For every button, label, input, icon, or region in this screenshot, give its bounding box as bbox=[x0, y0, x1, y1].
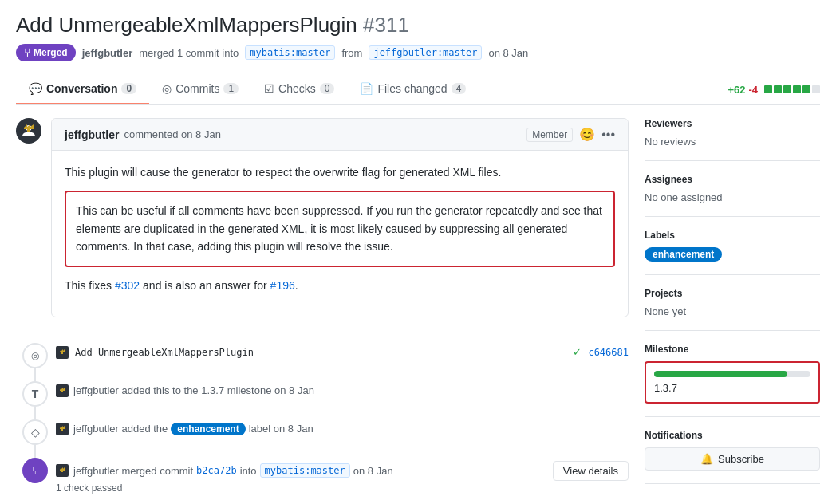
projects-title: Projects bbox=[645, 288, 820, 299]
pr-meta: ⑂ Merged jeffgbutler merged 1 commit int… bbox=[16, 44, 820, 61]
milestone-section: Milestone 1.3.7 bbox=[645, 331, 820, 417]
comment-card: jeffgbutler commented on 8 Jan Member 😊 … bbox=[51, 118, 629, 317]
tab-commits[interactable]: ◎ Commits 1 bbox=[149, 74, 251, 104]
comment-body: This plugin will cause the generator to … bbox=[52, 151, 628, 317]
reviewers-section: Reviewers No reviews bbox=[645, 118, 820, 161]
label-avatar bbox=[56, 423, 69, 435]
diff-bar-6 bbox=[812, 85, 820, 93]
assignees-title: Assignees bbox=[645, 174, 820, 185]
assignees-value: No one assigned bbox=[645, 191, 820, 203]
target-branch-link[interactable]: mybatis:master bbox=[245, 45, 335, 60]
reviewers-value: No reviews bbox=[645, 136, 820, 148]
checks-icon: ☑ bbox=[264, 82, 274, 95]
commit-hash-link[interactable]: c646681 bbox=[588, 347, 629, 358]
check-passed-text: 1 check passed bbox=[56, 482, 629, 494]
timeline: ◎ Add UnmergeableXmlMappersPlugin ✓ bbox=[16, 337, 629, 500]
tab-conversation[interactable]: 💬 Conversation 0 bbox=[16, 74, 149, 104]
commenter-name: jeffgbutler bbox=[65, 128, 119, 141]
view-details-button[interactable]: View details bbox=[553, 461, 629, 481]
tabs-bar: 💬 Conversation 0 ◎ Commits 1 ☑ Checks 0 … bbox=[16, 74, 820, 105]
tab-checks[interactable]: ☑ Checks 0 bbox=[251, 74, 347, 104]
timeline-item-label: ◇ jeffgbutler added the enhancement labe… bbox=[22, 413, 629, 451]
member-badge: Member bbox=[526, 128, 573, 142]
diff-stats: +62 -4 bbox=[728, 84, 820, 96]
label-enhancement: enhancement bbox=[645, 247, 722, 262]
commit-avatar bbox=[56, 346, 69, 359]
comment-date: commented on 8 Jan bbox=[124, 128, 220, 140]
label-timeline-icon: ◇ bbox=[22, 419, 48, 445]
merge-icon: ⑂ bbox=[24, 46, 30, 59]
issue-302-link[interactable]: #302 bbox=[115, 279, 140, 292]
svg-marker-1 bbox=[60, 349, 65, 354]
diff-bar-2 bbox=[774, 85, 782, 93]
comment-text-1: This plugin will cause the generator to … bbox=[65, 163, 615, 181]
svg-marker-2 bbox=[60, 388, 65, 392]
projects-value: None yet bbox=[645, 305, 820, 317]
svg-marker-3 bbox=[60, 426, 65, 431]
comment-highlighted: This can be useful if all comments have … bbox=[65, 191, 615, 266]
diff-bar-5 bbox=[802, 85, 810, 93]
enhancement-label-tag: enhancement bbox=[171, 423, 245, 435]
more-options-button[interactable]: ••• bbox=[601, 128, 615, 142]
issue-196-link[interactable]: #196 bbox=[270, 279, 295, 292]
source-branch-link[interactable]: jeffgbutler:master bbox=[369, 45, 482, 60]
milestone-box: 1.3.7 bbox=[645, 361, 820, 404]
merge-avatar bbox=[56, 464, 69, 477]
timeline-item-milestone: T jeffgbutler added this to the 1.3.7 mi… bbox=[22, 375, 629, 413]
projects-section: Projects None yet bbox=[645, 275, 820, 331]
files-icon: 📄 bbox=[360, 82, 373, 95]
milestone-avatar bbox=[56, 384, 69, 397]
sidebar: Reviewers No reviews Assignees No one as… bbox=[645, 118, 820, 500]
diff-bar-3 bbox=[783, 85, 791, 93]
milestone-timeline-icon: T bbox=[22, 381, 48, 407]
main-content: jeffgbutler commented on 8 Jan Member 😊 … bbox=[16, 118, 629, 500]
emoji-button[interactable]: 😊 bbox=[579, 127, 595, 142]
milestone-title: Milestone bbox=[645, 344, 820, 355]
labels-title: Labels bbox=[645, 230, 820, 241]
svg-marker-4 bbox=[60, 467, 65, 472]
reviewers-title: Reviewers bbox=[645, 118, 820, 129]
merge-commit-link[interactable]: b2ca72b bbox=[196, 465, 237, 476]
diff-bar-1 bbox=[764, 85, 772, 93]
commit-timeline-content: Add UnmergeableXmlMappersPlugin ✓ c64668… bbox=[56, 343, 629, 359]
diff-bars bbox=[764, 85, 820, 93]
commenter-avatar-container bbox=[16, 118, 41, 330]
milestone-progress-bg bbox=[654, 371, 810, 377]
commit-timeline-icon: ◎ bbox=[22, 343, 48, 368]
commenter-avatar bbox=[16, 118, 41, 144]
commit-message: Add UnmergeableXmlMappersPlugin bbox=[75, 347, 254, 358]
commits-icon: ◎ bbox=[162, 82, 172, 95]
pr-author: jeffgbutler bbox=[82, 47, 133, 59]
milestone-progress-fill bbox=[654, 371, 787, 377]
notifications-title: Notifications bbox=[645, 430, 820, 441]
comment-thread: jeffgbutler commented on 8 Jan Member 😊 … bbox=[16, 118, 629, 330]
notifications-section: Notifications 🔔 Subscribe bbox=[645, 417, 820, 484]
comment-text-2: This fixes #302 and is also an answer fo… bbox=[65, 277, 615, 294]
labels-section: Labels enhancement bbox=[645, 217, 820, 275]
timeline-item-commit: ◎ Add UnmergeableXmlMappersPlugin ✓ bbox=[22, 337, 629, 375]
commit-check-icon: ✓ bbox=[573, 346, 582, 358]
conversation-icon: 💬 bbox=[29, 82, 42, 95]
subscribe-button[interactable]: 🔔 Subscribe bbox=[645, 447, 820, 471]
diff-bar-4 bbox=[793, 85, 801, 93]
merge-target-branch[interactable]: mybatis:master bbox=[260, 463, 350, 478]
merge-timeline-content: jeffgbutler merged commit b2ca72b into m… bbox=[56, 458, 629, 494]
timeline-item-merge: ⑂ jeffgbutler merged commit b2ca72b into… bbox=[22, 451, 629, 500]
assignees-section: Assignees No one assigned bbox=[645, 161, 820, 217]
bell-icon: 🔔 bbox=[700, 453, 713, 465]
comment-header: jeffgbutler commented on 8 Jan Member 😊 … bbox=[52, 119, 628, 151]
milestone-label: 1.3.7 bbox=[654, 382, 810, 394]
label-timeline-content: jeffgbutler added the enhancement label … bbox=[56, 419, 629, 435]
merge-timeline-icon: ⑂ bbox=[22, 458, 48, 483]
milestone-timeline-content: jeffgbutler added this to the 1.3.7 mile… bbox=[56, 381, 629, 397]
pr-title: Add UnmergeableXmlMappersPlugin #311 bbox=[16, 13, 820, 37]
merged-badge: ⑂ Merged bbox=[16, 44, 76, 61]
tab-files[interactable]: 📄 Files changed 4 bbox=[347, 74, 479, 104]
